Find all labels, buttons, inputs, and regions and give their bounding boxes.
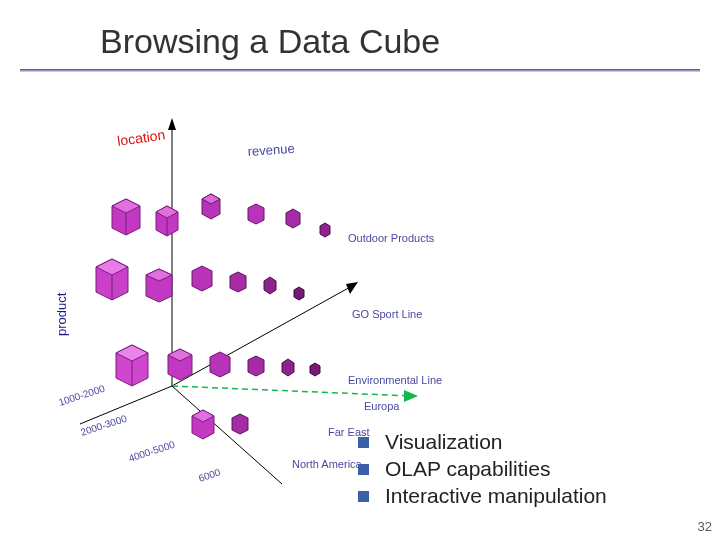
cat-outdoor: Outdoor Products bbox=[348, 232, 435, 244]
svg-marker-24 bbox=[192, 266, 212, 291]
loc-europa: Europa bbox=[364, 400, 400, 412]
cube-figure: location revenue product Outdoor Product… bbox=[52, 106, 452, 486]
svg-marker-39 bbox=[232, 414, 248, 434]
slide: Browsing a Data Cube location revenue pr… bbox=[0, 0, 720, 540]
svg-marker-3 bbox=[346, 282, 358, 294]
axis-label-location: location bbox=[116, 126, 166, 149]
svg-line-4 bbox=[172, 386, 412, 396]
svg-marker-26 bbox=[264, 277, 276, 294]
svg-marker-25 bbox=[230, 272, 246, 292]
svg-marker-1 bbox=[168, 118, 176, 130]
cube-svg: location revenue product Outdoor Product… bbox=[52, 106, 452, 486]
bullet-item: OLAP capabilities bbox=[358, 457, 607, 481]
rev-4: 6000 bbox=[197, 466, 222, 483]
svg-marker-35 bbox=[282, 359, 294, 376]
bullet-text: Visualization bbox=[385, 430, 503, 454]
loc-na: North America bbox=[292, 458, 363, 470]
bullet-square-icon bbox=[358, 491, 369, 502]
rev-1: 1000-2000 bbox=[57, 383, 106, 408]
bullet-item: Visualization bbox=[358, 430, 607, 454]
title-rule bbox=[20, 69, 700, 72]
bullet-item: Interactive manipulation bbox=[358, 484, 607, 508]
svg-marker-33 bbox=[210, 352, 230, 377]
cube-cluster bbox=[96, 194, 330, 439]
svg-marker-27 bbox=[294, 287, 304, 300]
bullet-list: Visualization OLAP capabilities Interact… bbox=[358, 430, 607, 511]
svg-marker-18 bbox=[320, 223, 330, 237]
bullet-text: OLAP capabilities bbox=[385, 457, 550, 481]
svg-marker-34 bbox=[248, 356, 264, 376]
title-area: Browsing a Data Cube bbox=[0, 0, 720, 61]
slide-title: Browsing a Data Cube bbox=[100, 22, 720, 61]
svg-marker-17 bbox=[286, 209, 300, 228]
svg-marker-36 bbox=[310, 363, 320, 376]
rev-2: 2000-3000 bbox=[79, 413, 128, 438]
rev-3: 4000-5000 bbox=[127, 439, 176, 464]
svg-marker-16 bbox=[248, 204, 264, 224]
cat-sport: GO Sport Line bbox=[352, 308, 422, 320]
page-number: 32 bbox=[698, 519, 712, 534]
bullet-text: Interactive manipulation bbox=[385, 484, 607, 508]
axis-label-product: product bbox=[54, 292, 69, 336]
svg-marker-5 bbox=[404, 390, 418, 402]
bullet-square-icon bbox=[358, 437, 369, 448]
svg-line-6 bbox=[172, 386, 282, 484]
cat-env: Environmental Line bbox=[348, 374, 442, 386]
bullet-square-icon bbox=[358, 464, 369, 475]
axis-label-revenue: revenue bbox=[247, 141, 295, 159]
